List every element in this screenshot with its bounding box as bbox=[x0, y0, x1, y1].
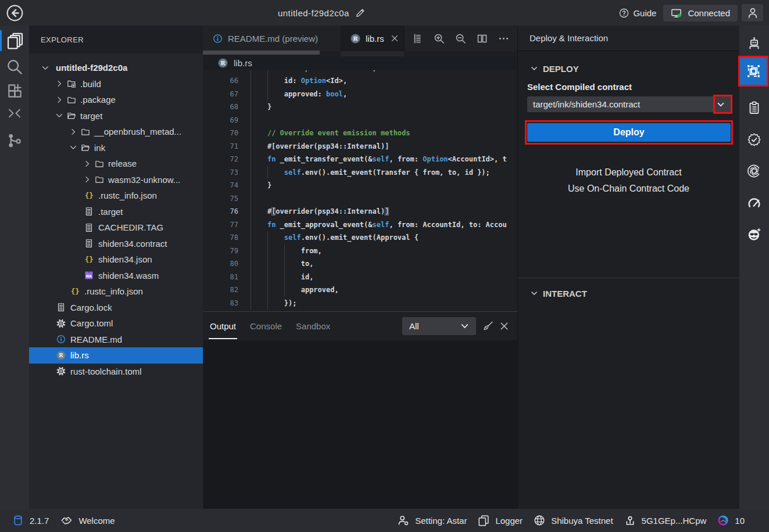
tree-item-shiden34-wasm[interactable]: WAshiden34.wasm bbox=[29, 268, 203, 284]
tree-item-label: .rustc_info.json bbox=[98, 190, 157, 200]
tree-item--openbrush-metad-[interactable]: __openbrush_metad... bbox=[29, 124, 203, 140]
tree-item--rustc-info-json[interactable]: {}.rustc_info.json bbox=[29, 283, 203, 300]
deploy-button[interactable]: Deploy bbox=[527, 123, 731, 142]
tree-item-cargo-lock[interactable]: Cargo.lock bbox=[29, 300, 203, 316]
tree-item-lib-rs[interactable]: Rlib.rs bbox=[29, 347, 203, 364]
line-number: 82 bbox=[203, 283, 238, 297]
tree-item-rust-toolchain-toml[interactable]: rust-toolchain.toml bbox=[29, 364, 203, 380]
code-line-79[interactable]: 79 from, bbox=[203, 245, 517, 258]
tab-scrollbar[interactable] bbox=[203, 51, 517, 56]
code-line-81[interactable]: 81 id, bbox=[203, 271, 517, 284]
status-network[interactable]: Shibuya Testnet bbox=[534, 515, 613, 526]
activity-item-explorer[interactable] bbox=[0, 28, 29, 53]
code-line-71[interactable]: 71 #[overrider(psp34::Internal)] bbox=[203, 140, 517, 153]
code-line-66[interactable]: 66 id: Option<Id>, bbox=[203, 74, 517, 88]
tab-scrollbar-thumb[interactable] bbox=[203, 51, 320, 55]
tree-item-untitled-f29d2c0a[interactable]: untitled-f29d2c0a bbox=[29, 60, 203, 76]
code-editor[interactable]: 65 to: Option<AccountId>,66 id: Option<I… bbox=[203, 70, 517, 310]
tree-item-wasm32-unknow-[interactable]: wasm32-unknow... bbox=[29, 172, 203, 188]
code-line-76[interactable]: 76 #[overrider(psp34::Internal)] bbox=[203, 205, 517, 218]
tree-item-label: rust-toolchain.toml bbox=[70, 366, 142, 376]
tree-item-ink[interactable]: ink bbox=[29, 140, 203, 156]
tree-item-release[interactable]: release bbox=[29, 156, 203, 172]
code-line-72[interactable]: 72 fn _emit_transfer_event(&self, from: … bbox=[203, 153, 517, 166]
split-editor-icon[interactable] bbox=[477, 33, 488, 44]
tree-item-target[interactable]: target bbox=[29, 108, 203, 124]
code-line-68[interactable]: 68 } bbox=[203, 100, 517, 114]
list-outline-icon[interactable] bbox=[412, 33, 423, 44]
tab-lib-rs[interactable]: Rlib.rs bbox=[341, 26, 405, 51]
code-line-77[interactable]: 77 fn _emit_approval_event(&self, from: … bbox=[203, 218, 517, 232]
search-icon bbox=[6, 59, 23, 75]
code-line-78[interactable]: 78 self.env().emit_event(Approval { bbox=[203, 231, 517, 245]
code-line-73[interactable]: 73 self.env().emit_event(Transfer { from… bbox=[203, 166, 517, 179]
code-line-67[interactable]: 67 approved: bool, bbox=[203, 88, 517, 101]
status-account[interactable]: 5G1GEp...HCpw bbox=[624, 515, 707, 526]
tree-item-label: target bbox=[80, 111, 102, 121]
connected-button[interactable]: Connected bbox=[663, 5, 738, 21]
deploy-section-header[interactable]: DEPLOY bbox=[518, 60, 739, 77]
tree-item-label: README.md bbox=[70, 335, 122, 344]
tab-readme-md-preview-[interactable]: README.md (preview) bbox=[203, 26, 341, 51]
tree-item-shiden34-json[interactable]: {}shiden34.json bbox=[29, 251, 203, 268]
status-version[interactable]: 2.1.7 bbox=[12, 515, 49, 526]
chevron-right-icon bbox=[83, 175, 92, 184]
status-logger[interactable]: Logger bbox=[478, 515, 523, 526]
clear-output-button[interactable] bbox=[482, 321, 493, 332]
output-filter-select[interactable]: All bbox=[402, 317, 476, 335]
tree-item--build[interactable]: .build bbox=[29, 76, 203, 92]
panel-tab-output[interactable]: Output bbox=[210, 312, 236, 340]
account-button[interactable] bbox=[742, 4, 763, 21]
code-line-75[interactable]: 75 bbox=[203, 192, 517, 206]
activity-item-bot[interactable] bbox=[739, 27, 769, 58]
tree-item-label: .build bbox=[80, 79, 101, 89]
activity-item-assistant[interactable] bbox=[739, 218, 769, 250]
ellipsis-icon[interactable] bbox=[498, 33, 509, 44]
status-setting[interactable]: Setting: Astar bbox=[398, 515, 467, 526]
line-number: 70 bbox=[203, 127, 238, 140]
tree-item-cargo-toml[interactable]: Cargo.toml bbox=[29, 315, 203, 332]
tree-item-readme-md[interactable]: README.md bbox=[29, 332, 203, 348]
deploy-section-label: DEPLOY bbox=[543, 64, 579, 74]
activity-item-ai-chat[interactable] bbox=[739, 155, 769, 186]
activity-item-gas[interactable] bbox=[739, 188, 769, 219]
status-balance[interactable]: 10 bbox=[717, 515, 745, 526]
activity-item-search[interactable] bbox=[0, 54, 29, 80]
activity-item-collapse[interactable] bbox=[0, 100, 29, 126]
status-welcome[interactable]: Welcome bbox=[61, 515, 115, 526]
chevron-right-icon bbox=[83, 159, 92, 168]
tree-item--target[interactable]: .target bbox=[29, 204, 203, 220]
back-button[interactable] bbox=[6, 5, 23, 21]
use-onchain-contract-link[interactable]: Use On-Chain Contract Code bbox=[518, 184, 739, 194]
guide-button[interactable]: Guide bbox=[619, 8, 656, 18]
import-deployed-contract-link[interactable]: Import Deployed Contract bbox=[518, 167, 739, 178]
code-line-65[interactable]: 65 to: Option<AccountId>, bbox=[203, 70, 517, 74]
compiled-contract-select[interactable]: target/ink/shiden34.contract bbox=[527, 96, 731, 112]
tree-item--package[interactable]: .package bbox=[29, 92, 203, 108]
code-line-69[interactable]: 69 bbox=[203, 114, 517, 127]
code-line-70[interactable]: 70 // Override event emission methods bbox=[203, 127, 517, 140]
tree-item--rustc-info-json[interactable]: {}.rustc_info.json bbox=[29, 188, 203, 204]
code-line-83[interactable]: 83 }); bbox=[203, 297, 517, 310]
panel-tab-console[interactable]: Console bbox=[250, 312, 282, 340]
panel-tab-sandbox[interactable]: Sandbox bbox=[296, 312, 330, 340]
activity-item-source-control[interactable] bbox=[0, 128, 29, 153]
edit-title-icon[interactable] bbox=[355, 8, 366, 19]
tree-item-cachedir-tag[interactable]: CACHEDIR.TAG bbox=[29, 220, 203, 236]
close-panel-button[interactable] bbox=[499, 321, 510, 332]
zoom-out-icon[interactable] bbox=[455, 33, 466, 44]
tree-item-shiden34-contract[interactable]: shiden34.contract bbox=[29, 236, 203, 252]
code-line-82[interactable]: 82 approved, bbox=[203, 283, 517, 297]
activity-item-audit[interactable] bbox=[739, 92, 769, 123]
activity-item-plugins[interactable] bbox=[0, 78, 29, 103]
activity-item-verify[interactable] bbox=[739, 124, 769, 155]
code-text: self.env().emit_event(Transfer { from, t… bbox=[251, 166, 490, 179]
breadcrumb[interactable]: R lib.rs bbox=[203, 56, 517, 70]
person-gear-icon bbox=[398, 515, 409, 526]
code-line-74[interactable]: 74 } bbox=[203, 179, 517, 192]
activity-item-deploy[interactable] bbox=[738, 56, 768, 87]
zoom-in-icon[interactable] bbox=[434, 33, 445, 44]
interact-section-header[interactable]: INTERACT bbox=[518, 285, 739, 302]
close-tab-icon[interactable] bbox=[390, 34, 399, 43]
code-line-80[interactable]: 80 to, bbox=[203, 257, 517, 271]
